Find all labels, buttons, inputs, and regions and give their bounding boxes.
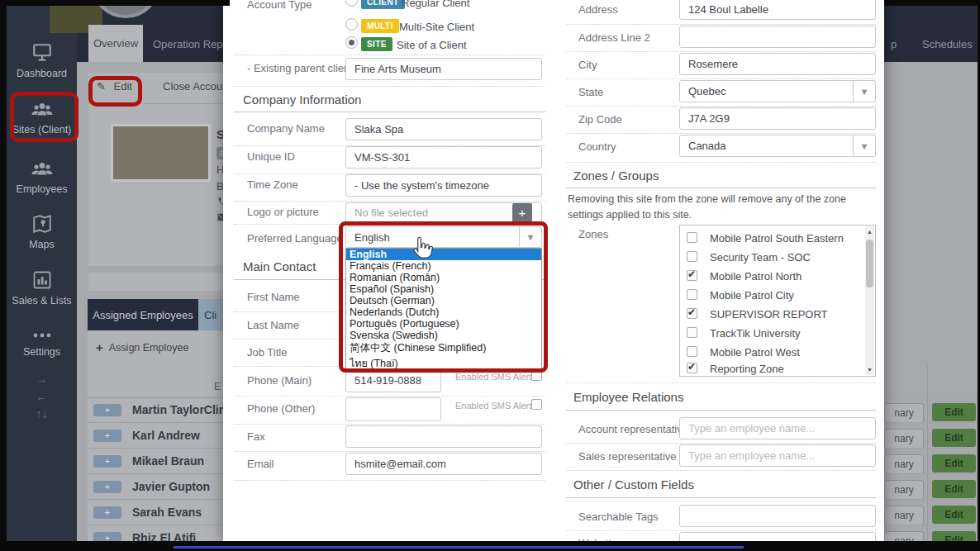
tab-schedules[interactable]: Schedules [922, 38, 973, 50]
other-custom-fields-header: Other / Custom Fields [573, 477, 694, 492]
scroll-down-icon[interactable]: ▼ [865, 367, 874, 373]
state-select[interactable]: Quebec ▼ [679, 80, 876, 102]
collapse-right-arrow[interactable]: → [7, 373, 77, 386]
sales-representative-input[interactable]: Type an employee name... [679, 444, 876, 467]
account-representative-label: Account representative [578, 423, 688, 435]
email-input[interactable]: hsmite@email.com [345, 453, 542, 475]
sidebar-item-dashboard[interactable]: Dashboard [7, 43, 77, 79]
radio-site-of-client[interactable] [345, 36, 358, 49]
site-name-text: Sla [216, 127, 223, 141]
row-edit-button[interactable]: Edit [932, 531, 976, 541]
sidebar-item-sales-lists[interactable]: Sales & Lists [7, 270, 77, 306]
table-row[interactable]: + Javier Gupton [88, 474, 223, 500]
zone-row[interactable]: Mobile Patrol South Eastern [680, 230, 863, 249]
zone-row[interactable]: SUPERVISOR REPORT [680, 306, 863, 325]
edit-label: Edit [944, 509, 963, 520]
plus-icon: + [105, 507, 110, 517]
tab-assigned-employees[interactable]: Assigned Employees [88, 299, 198, 330]
highlight-ring-language-dropdown [339, 221, 548, 373]
tab-operation-reports[interactable]: Operation Report [153, 38, 223, 50]
tab-client-partial[interactable]: Cli [198, 299, 223, 330]
row-edit-button[interactable]: Edit [932, 480, 976, 498]
city-input[interactable]: Rosemere [679, 53, 876, 75]
assign-employee-button[interactable]: + Assign Employee [91, 335, 192, 359]
zone-checkbox[interactable] [687, 251, 697, 262]
account-representative-input[interactable]: Type an employee name... [679, 417, 876, 439]
sidebar: Dashboard Sites (Client) Employees Maps [7, 6, 77, 544]
fax-input[interactable] [345, 425, 542, 448]
tab-client-partial-label: Cli [204, 309, 216, 321]
sidebar-item-settings[interactable]: Settings [7, 330, 77, 358]
state-label: State [578, 86, 603, 98]
expand-row-button[interactable]: + [93, 404, 121, 416]
zone-checkbox[interactable] [687, 289, 697, 300]
zone-checkbox[interactable] [687, 270, 697, 281]
sidebar-item-employees[interactable]: Employees [7, 160, 77, 195]
header-underline [566, 410, 876, 411]
expand-row-button[interactable]: + [93, 532, 121, 541]
first-name-label: First Name [247, 291, 300, 303]
close-account-button[interactable]: Close Account [163, 80, 223, 93]
zones-note: Removing this site from the zone will re… [568, 192, 880, 223]
summary-button[interactable]: nary [884, 429, 924, 449]
zone-checkbox[interactable] [687, 232, 697, 243]
row-edit-button[interactable]: Edit [932, 506, 976, 524]
table-row[interactable]: + Sarah Evans [88, 500, 223, 525]
address2-input[interactable] [679, 26, 876, 48]
zone-row[interactable]: Reporting Zone [680, 360, 863, 379]
zone-row[interactable]: TrackTik University [680, 325, 863, 344]
radio-regular-client[interactable] [345, 0, 358, 7]
summary-button[interactable]: nary [884, 506, 924, 525]
country-select[interactable]: Canada ▼ [679, 135, 876, 157]
row-edit-button[interactable]: Edit [932, 429, 976, 447]
table-row[interactable]: + Karl Andrew [88, 423, 223, 449]
plus-icon: + [105, 405, 110, 415]
logo-add-button[interactable]: + [512, 203, 532, 222]
mouse-cursor-hand-icon [412, 235, 433, 261]
plus-icon: + [105, 456, 110, 466]
zone-checkbox[interactable] [687, 363, 697, 373]
time-zone-input[interactable]: - Use the system's timezone [345, 174, 542, 197]
scrollbar-thumb[interactable] [866, 240, 873, 287]
tab-overview[interactable]: Overview [88, 25, 143, 62]
website-input[interactable] [679, 532, 876, 541]
company-name-input[interactable]: Slaka Spa [345, 118, 542, 140]
phone-other-input[interactable] [345, 397, 441, 421]
searchable-tags-input[interactable] [679, 505, 876, 527]
row-edit-button[interactable]: Edit [932, 403, 976, 421]
company-name-value: Slaka Spa [354, 123, 403, 135]
expand-row-button[interactable]: + [93, 430, 121, 442]
summary-button[interactable]: nary [884, 531, 924, 541]
expand-row-button[interactable]: + [93, 481, 121, 493]
unique-id-input[interactable]: VM-SS-301 [345, 146, 542, 169]
zone-row[interactable]: Mobile Patrol North [680, 268, 863, 287]
collapse-left-arrow[interactable]: ← [7, 390, 77, 403]
sms-alerts-checkbox[interactable] [531, 399, 542, 410]
tab-partial-right[interactable]: p [891, 38, 897, 50]
row-edit-button[interactable]: Edit [932, 454, 976, 473]
expand-row-button[interactable]: + [93, 455, 121, 468]
separator [234, 451, 545, 452]
zone-checkbox[interactable] [687, 327, 697, 338]
zones-scrollbar[interactable]: ▲ ▼ [865, 226, 874, 375]
zone-checkbox[interactable] [687, 308, 697, 319]
address-value: 124 Boul Labelle [688, 3, 768, 16]
table-row[interactable]: + Rhiz El Atifi [88, 525, 223, 541]
summary-button[interactable]: nary [884, 454, 924, 474]
zone-row[interactable]: Mobile Patrol City [680, 287, 863, 306]
zip-input[interactable]: J7A 2G9 [679, 107, 876, 130]
summary-button[interactable]: nary [884, 403, 924, 423]
zone-row[interactable]: Security Team - SOC [680, 249, 863, 268]
zone-checkbox[interactable] [687, 346, 697, 357]
radio-multi-site-client[interactable] [345, 18, 358, 31]
existing-parent-input[interactable]: Fine Arts Museum [345, 58, 542, 80]
scroll-up-icon[interactable]: ▲ [865, 229, 874, 235]
expand-row-button[interactable]: + [93, 506, 121, 519]
employee-name: Sarah Evans [132, 506, 202, 519]
sidebar-item-maps[interactable]: Maps [7, 214, 77, 250]
expand-vertical-arrow[interactable]: ↑↓ [7, 407, 77, 420]
address-input[interactable]: 124 Boul Labelle [679, 0, 876, 20]
table-row[interactable]: + Mikael Braun [88, 449, 223, 474]
table-row[interactable]: + Martin TaylorCline [88, 397, 223, 423]
summary-button[interactable]: nary [884, 480, 924, 500]
